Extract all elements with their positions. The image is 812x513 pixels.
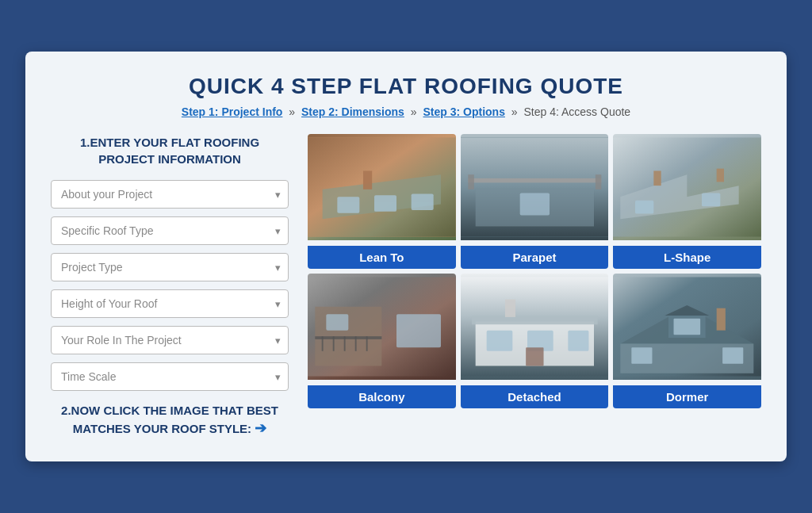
height-select[interactable]: Height of Your Roof bbox=[51, 289, 289, 318]
parapet-image bbox=[461, 134, 609, 240]
svg-rect-16 bbox=[635, 201, 653, 214]
l-shape-image bbox=[613, 134, 761, 240]
left-panel: 1.ENTER YOUR FLAT ROOFING PROJECT INFORM… bbox=[51, 134, 289, 438]
detached-svg bbox=[461, 274, 609, 380]
detached-image bbox=[461, 274, 609, 380]
about-project-wrap: About your Project bbox=[51, 180, 289, 209]
sep3: » bbox=[511, 105, 521, 118]
svg-rect-44 bbox=[632, 348, 653, 365]
roof-item-lean-to[interactable]: Lean To bbox=[308, 134, 456, 269]
step2-link[interactable]: Step 2: Dimensions bbox=[301, 105, 404, 118]
parapet-label: Parapet bbox=[461, 246, 609, 269]
roof-item-l-shape[interactable]: L-Shape bbox=[613, 134, 761, 269]
balcony-image bbox=[308, 274, 456, 380]
svg-rect-28 bbox=[396, 315, 441, 348]
lean-to-label: Lean To bbox=[308, 246, 456, 269]
step4-text: Step 4: Access Quote bbox=[524, 105, 631, 118]
height-wrap: Height of Your Roof bbox=[51, 289, 289, 318]
parapet-svg bbox=[461, 134, 609, 240]
balcony-svg bbox=[308, 274, 456, 380]
timescale-select[interactable]: Time Scale bbox=[51, 362, 289, 391]
arrow-icon: ➔ bbox=[255, 420, 266, 436]
svg-rect-13 bbox=[519, 193, 549, 216]
step1-link[interactable]: Step 1: Project Info bbox=[182, 105, 283, 118]
dormer-svg bbox=[613, 274, 761, 380]
sep1: » bbox=[289, 105, 298, 118]
section1-title: 1.ENTER YOUR FLAT ROOFING PROJECT INFORM… bbox=[51, 134, 289, 167]
svg-rect-4 bbox=[374, 196, 396, 212]
svg-rect-5 bbox=[412, 194, 434, 211]
svg-rect-45 bbox=[722, 348, 743, 365]
svg-rect-11 bbox=[596, 175, 601, 190]
l-shape-svg bbox=[613, 134, 761, 240]
svg-rect-6 bbox=[363, 171, 372, 190]
svg-rect-22 bbox=[315, 337, 381, 340]
svg-rect-46 bbox=[717, 308, 726, 331]
lean-to-svg bbox=[308, 134, 456, 240]
l-shape-label: L-Shape bbox=[613, 246, 761, 269]
main-title: QUICK 4 STEP FLAT ROOFING QUOTE bbox=[51, 74, 761, 99]
specific-roof-select[interactable]: Specific Roof Type bbox=[51, 216, 289, 245]
role-wrap: Your Role In The Project bbox=[51, 326, 289, 354]
project-type-wrap: Project Type bbox=[51, 253, 289, 281]
roof-item-balcony[interactable]: Balcony bbox=[308, 274, 456, 408]
main-card: QUICK 4 STEP FLAT ROOFING QUOTE Step 1: … bbox=[25, 52, 787, 461]
about-project-select[interactable]: About your Project bbox=[51, 180, 289, 209]
right-panel: Lean To bbox=[308, 134, 761, 438]
project-type-select[interactable]: Project Type bbox=[51, 253, 289, 281]
detached-label: Detached bbox=[461, 385, 609, 408]
dormer-image bbox=[613, 274, 761, 380]
roof-item-parapet[interactable]: Parapet bbox=[461, 134, 609, 269]
dormer-label: Dormer bbox=[613, 385, 761, 408]
role-select[interactable]: Your Role In The Project bbox=[51, 326, 289, 354]
svg-rect-19 bbox=[717, 169, 724, 182]
content-row: 1.ENTER YOUR FLAT ROOFING PROJECT INFORM… bbox=[51, 134, 761, 438]
section2-title: 2.NOW CLICK THE IMAGE THAT BEST MATCHES … bbox=[51, 402, 289, 438]
svg-rect-32 bbox=[472, 316, 598, 324]
timescale-wrap: Time Scale bbox=[51, 362, 289, 391]
svg-rect-42 bbox=[674, 319, 701, 335]
section2-text: 2.NOW CLICK THE IMAGE THAT BEST MATCHES … bbox=[61, 404, 278, 435]
svg-rect-35 bbox=[568, 331, 588, 351]
svg-rect-3 bbox=[337, 197, 359, 214]
roof-grid: Lean To bbox=[308, 134, 761, 408]
svg-rect-18 bbox=[654, 171, 661, 186]
svg-rect-37 bbox=[505, 300, 515, 317]
svg-rect-33 bbox=[486, 331, 512, 351]
svg-rect-10 bbox=[468, 175, 473, 190]
svg-rect-36 bbox=[526, 348, 543, 366]
step3-link[interactable]: Step 3: Options bbox=[423, 105, 504, 118]
svg-rect-9 bbox=[468, 178, 601, 183]
svg-rect-17 bbox=[702, 193, 720, 207]
roof-item-dormer[interactable]: Dormer bbox=[613, 274, 761, 408]
svg-rect-29 bbox=[326, 315, 348, 331]
roof-item-detached[interactable]: Detached bbox=[461, 274, 609, 408]
specific-roof-wrap: Specific Roof Type bbox=[51, 216, 289, 245]
svg-rect-21 bbox=[315, 307, 381, 366]
balcony-label: Balcony bbox=[308, 385, 456, 408]
lean-to-image bbox=[308, 134, 456, 240]
sep2: » bbox=[411, 105, 420, 118]
steps-bar: Step 1: Project Info » Step 2: Dimension… bbox=[51, 105, 761, 118]
